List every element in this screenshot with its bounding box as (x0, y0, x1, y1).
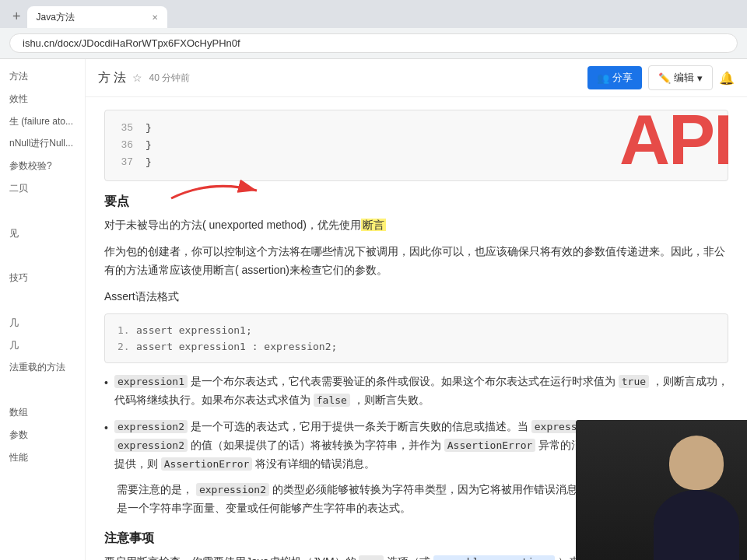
highlight-duanyan: 断言 (361, 219, 386, 231)
sidebar-item-item6[interactable]: 二贝 (0, 177, 85, 200)
content-area: 方 法 ☆ 40 分钟前 👥 分享 ✏️ 编辑 ▾ 🔔 API (86, 59, 747, 560)
page-title: 方 法 (98, 70, 126, 86)
section-yaodian-title: 要点 (104, 194, 728, 210)
sidebar-item-item11[interactable] (0, 289, 85, 312)
expr2-ref: expression2 (114, 439, 188, 452)
assertion-error-1: AssertionError (444, 439, 536, 452)
expr1-highlight: expression1 (114, 375, 188, 388)
share-icon: 👥 (597, 72, 609, 84)
new-tab-button[interactable]: + (6, 5, 27, 28)
chevron-down-icon: ▾ (697, 72, 703, 84)
code-text: } (146, 137, 152, 154)
list-num-1: 1. (117, 324, 130, 336)
address-input[interactable] (9, 33, 738, 53)
sidebar-item-tips[interactable]: 技巧 (0, 267, 85, 289)
person-head (669, 436, 724, 490)
sidebar-item-perf[interactable]: 性能 (0, 446, 85, 469)
webcam-overlay (576, 420, 747, 560)
time-ago: 40 分钟前 (149, 72, 190, 85)
bell-icon[interactable]: 🔔 (719, 71, 735, 86)
assert-expr1: assert expression1; (136, 324, 252, 336)
list-num-2: 2. (117, 341, 130, 352)
webcam-person (576, 420, 747, 560)
bullet-expression1: • expression1 是一个布尔表达式，它代表需要验证的条件或假设。如果这… (104, 373, 728, 410)
assertion-error-2: AssertionError (161, 457, 253, 471)
assert-expr2: assert expression1 : expression2; (136, 341, 337, 352)
assert-syntax-title: Assert语法格式 (104, 288, 728, 306)
tab-label: Java方法 (37, 11, 75, 24)
assert-item-2: 2. assert expression1 : expression2; (117, 338, 715, 355)
sidebar-item-failure[interactable]: 生 (failure ato... (0, 110, 85, 133)
code-text: } (146, 120, 152, 137)
ea-option: -ea (359, 555, 383, 560)
sidebar-item-item7[interactable] (0, 200, 85, 222)
assert-syntax-list: 1. assert expression1; 2. assert express… (104, 313, 728, 363)
app-layout: 方法 效性 生 (failure ato... nNull进行Null... 参… (0, 59, 747, 560)
sidebar-item-item9[interactable] (0, 244, 85, 267)
person-body (654, 490, 739, 560)
line-number: 36 (117, 137, 133, 154)
sidebar-item-item15[interactable] (0, 379, 85, 401)
browser-tab[interactable]: Java方法 ✕ (27, 6, 167, 28)
enable-assertions-option: --enable-assertions (433, 555, 556, 560)
sidebar-item-params[interactable]: 参数 (0, 424, 85, 446)
sidebar-item-validity[interactable]: 效性 (0, 88, 85, 110)
false-keyword: false (314, 394, 350, 407)
line-number: 37 (117, 154, 133, 171)
sidebar-item-view[interactable]: 见 (0, 222, 85, 245)
bullet-dot-1: • (104, 374, 108, 410)
sidebar-item-item12[interactable]: 几 (0, 312, 85, 334)
para-assertion: 对于未被导出的方法( unexported method)，优先使用断言 (104, 216, 728, 235)
bullet-dot-2: • (104, 419, 108, 473)
para-creator: 作为包的创建者，你可以控制这个方法将在哪些情况下被调用，因此你可以，也应该确保只… (104, 243, 728, 280)
code-text: } (146, 154, 152, 171)
page-header: 方 法 ☆ 40 分钟前 👥 分享 ✏️ 编辑 ▾ 🔔 (86, 59, 747, 97)
bookmark-icon[interactable]: ☆ (132, 72, 142, 84)
expr2-highlight: expression2 (114, 420, 188, 433)
edit-button[interactable]: ✏️ 编辑 ▾ (648, 65, 713, 90)
true-keyword: true (619, 375, 649, 388)
bullet-text-1: expression1 是一个布尔表达式，它代表需要验证的条件或假设。如果这个布… (114, 373, 728, 410)
code-block: 35 } 36 } 37 } (104, 110, 728, 181)
sidebar: 方法 效性 生 (failure ato... nNull进行Null... 参… (0, 59, 86, 560)
sidebar-item-null[interactable]: nNull进行Null... (0, 132, 85, 155)
address-bar (0, 28, 747, 59)
pencil-icon: ✏️ (658, 72, 671, 84)
sidebar-item-item13[interactable]: 几 (0, 334, 85, 357)
sidebar-item-overload[interactable]: 法重载的方法 (0, 356, 85, 379)
header-actions: 👥 分享 ✏️ 编辑 ▾ 🔔 (587, 65, 735, 90)
main-content: API 35 } 36 } (86, 97, 747, 560)
sidebar-item-methods[interactable]: 方法 (0, 65, 85, 88)
code-line-35: 35 } (117, 120, 715, 137)
note-expr2: expression2 (196, 483, 269, 496)
tab-close-icon[interactable]: ✕ (152, 13, 158, 22)
code-line-37: 37 } (117, 154, 715, 171)
browser-tab-bar: + Java方法 ✕ (0, 0, 747, 28)
line-number: 35 (117, 120, 133, 137)
sidebar-item-param-check[interactable]: 参数校验? (0, 155, 85, 177)
sidebar-item-array[interactable]: 数组 (0, 401, 85, 424)
code-line-36: 36 } (117, 137, 715, 154)
share-button[interactable]: 👥 分享 (587, 66, 642, 89)
assert-item-1: 1. assert expression1; (117, 322, 715, 338)
